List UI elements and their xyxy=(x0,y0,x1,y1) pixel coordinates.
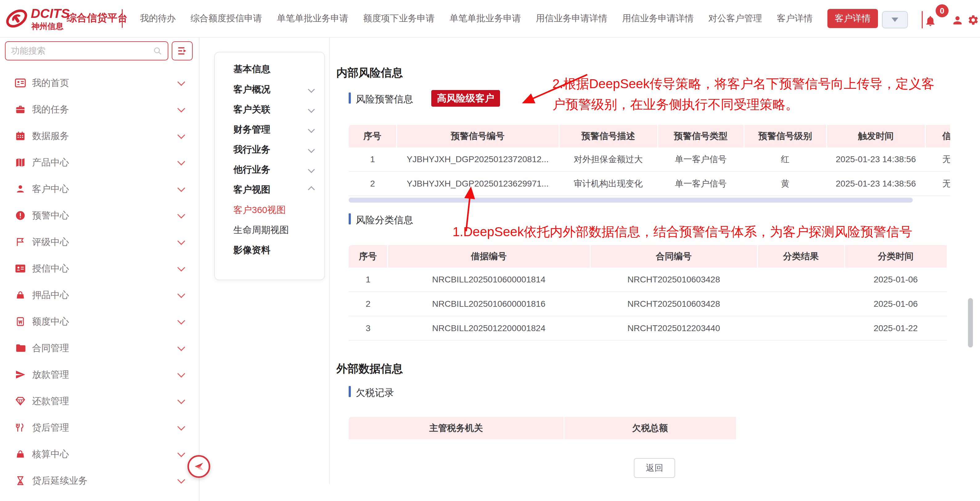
sidebar-item-label: 预警中心 xyxy=(32,209,69,222)
chevron-down-icon xyxy=(308,86,315,93)
paper-plane-icon xyxy=(14,369,27,380)
gear-icon[interactable] xyxy=(967,14,979,26)
document-w-icon xyxy=(14,317,27,327)
table-row[interactable]: 1 YJBHYJXH_DGP20250123720812... 对外担保金额过大… xyxy=(348,147,950,172)
function-search-input[interactable]: 功能搜索 xyxy=(5,41,168,60)
sidebar-item-contract-mgmt[interactable]: 合同管理 xyxy=(0,339,199,357)
sidebar-item-label: 放款管理 xyxy=(32,369,69,381)
page-title-external-data: 外部数据信息 xyxy=(336,361,403,377)
flag-icon xyxy=(14,237,27,247)
sidebar-item-customer-center[interactable]: 客户中心 xyxy=(0,180,199,198)
risk-warning-table-viewport: 序号 预警信号编号 预警信号描述 预警信号类型 预警信号级别 触发时间 信 1 … xyxy=(348,125,950,196)
chevron-down-icon xyxy=(308,166,315,173)
sidebar-item-my-home[interactable]: 我的首页 xyxy=(0,74,199,92)
submenu-item-customer-overview[interactable]: 客户概况 xyxy=(233,83,313,96)
product-name: 综合信贷平台 xyxy=(67,11,127,25)
table-row[interactable]: 1 NRCBILL2025010600001814 NRCHT202501060… xyxy=(348,267,947,292)
sidebar-item-label: 评级中心 xyxy=(32,236,69,248)
sidebar-item-accounting-center[interactable]: 核算中心 xyxy=(0,445,199,463)
sidebar-item-my-tasks[interactable]: 我的任务 xyxy=(0,100,199,119)
nav-tab-active[interactable]: 客户详情 xyxy=(827,9,878,28)
nav-tab[interactable]: 用信业务申请详情 xyxy=(622,12,694,25)
sidebar-item-credit-center[interactable]: 授信中心 xyxy=(0,259,199,278)
sidebar-item-disbursement-mgmt[interactable]: 放款管理 xyxy=(0,365,199,384)
header-divider xyxy=(922,11,923,29)
sidebar-item-label: 我的首页 xyxy=(32,77,69,89)
risk-class-table: 序号 借据编号 合同编号 分类结果 分类时间 1 NRCBILL20250106… xyxy=(348,245,948,341)
chevron-down-icon xyxy=(891,17,898,22)
sidebar-item-label: 我的任务 xyxy=(32,103,69,116)
bell-icon[interactable] xyxy=(924,15,937,27)
sidebar-item-repayment-mgmt[interactable]: 还款管理 xyxy=(0,392,199,410)
table-row[interactable]: 2 YJBHYJXH_DGP20250123629971... 审计机构出现变化… xyxy=(348,172,950,196)
col-借据编号: 借据编号 xyxy=(388,245,590,267)
menu-collapse-button[interactable] xyxy=(172,41,192,60)
nav-tab[interactable]: 用信业务申请详情 xyxy=(536,12,607,25)
idcard-icon xyxy=(14,263,27,274)
submenu-item-customer-view[interactable]: 客户视图 xyxy=(233,183,313,196)
col-序号: 序号 xyxy=(348,245,388,267)
chevron-down-icon xyxy=(177,370,185,377)
sidebar-item-label: 授信中心 xyxy=(32,262,69,275)
chevron-down-icon xyxy=(177,184,185,192)
chevron-up-icon xyxy=(308,186,315,193)
sidebar-item-label: 合同管理 xyxy=(32,342,69,355)
sidebar-collapse-button[interactable] xyxy=(188,455,210,478)
nav-tab[interactable]: 我的待办 xyxy=(140,12,176,25)
sidebar-item-label: 贷后管理 xyxy=(32,421,69,434)
sidebar-item-data-services[interactable]: 数据服务 xyxy=(0,127,199,145)
sidebar-item-postloan-mgmt[interactable]: 贷后管理 xyxy=(0,418,199,437)
top-nav: 我的待办 综合额度授信申请 单笔单批业务申请 额度项下业务申请 单笔单批业务申请… xyxy=(140,0,878,37)
section-title-tax-arrears: 欠税记录 xyxy=(356,386,394,399)
sidebar-item-postloan-continuation[interactable]: 贷后延续业务 xyxy=(0,471,199,490)
sidebar-item-warning-center[interactable]: 预警中心 xyxy=(0,206,199,225)
chevron-down-icon xyxy=(177,264,185,271)
chevron-down-icon xyxy=(177,449,185,457)
nav-tab[interactable]: 单笔单批业务申请 xyxy=(449,12,521,25)
tab-overflow-dropdown[interactable] xyxy=(882,11,908,29)
briefcase-icon xyxy=(14,104,27,115)
submenu-item-customer-relations[interactable]: 客户关联 xyxy=(233,103,313,116)
sidebar-item-label: 还款管理 xyxy=(32,395,69,407)
nav-tab[interactable]: 综合额度授信申请 xyxy=(191,12,262,25)
left-sidebar: 功能搜索 我的首页 我的任务 数据服务 产品中心 xyxy=(0,37,199,501)
hourglass-icon xyxy=(14,476,27,486)
sidebar-item-limit-center[interactable]: 额度中心 xyxy=(0,312,199,331)
section-bar xyxy=(348,92,351,103)
collapse-arrow-icon xyxy=(192,460,205,472)
submenu-item-financial-mgmt[interactable]: 财务管理 xyxy=(233,123,313,136)
nav-tab[interactable]: 单笔单批业务申请 xyxy=(277,12,348,25)
vertical-scrollbar[interactable] xyxy=(968,298,973,347)
sidebar-item-product-center[interactable]: 产品中心 xyxy=(0,153,199,172)
user-icon[interactable] xyxy=(951,14,964,27)
col-预警信号级别: 预警信号级别 xyxy=(744,125,826,147)
submenu-item-image-materials[interactable]: 影像资料 xyxy=(233,243,313,257)
sidebar-item-rating-center[interactable]: 评级中心 xyxy=(0,233,199,251)
chevron-down-icon xyxy=(177,237,185,245)
brand-subname: 神州信息 xyxy=(32,21,64,32)
submenu-item-lifecycle-view[interactable]: 生命周期视图 xyxy=(233,223,313,237)
section-bar xyxy=(348,213,351,224)
brand-name: DCITS xyxy=(31,6,70,21)
back-button[interactable]: 返回 xyxy=(634,458,675,478)
sidebar-item-collateral-center[interactable]: 押品中心 xyxy=(0,286,199,304)
sidebar-item-label: 产品中心 xyxy=(32,156,69,169)
horizontal-scrollbar[interactable] xyxy=(348,198,913,202)
nav-tab[interactable]: 客户详情 xyxy=(777,12,813,25)
annotation-note2: 2.根据DeepSeek传导策略，将客户名下预警信号向上传导，定义客户预警级别，… xyxy=(552,73,938,115)
menu-unfold-icon xyxy=(177,46,188,56)
nav-tab[interactable]: 额度项下业务申请 xyxy=(363,12,435,25)
diamond-icon xyxy=(14,396,27,407)
col-分类时间: 分类时间 xyxy=(844,245,947,267)
submenu-item-basic-info[interactable]: 基本信息 xyxy=(233,62,313,76)
table-row[interactable]: 2 NRCBILL2025010600001816 NRCHT202501060… xyxy=(348,292,947,316)
submenu-item-customer-360-view[interactable]: 客户360视图 xyxy=(233,203,313,217)
nav-tab[interactable]: 对公客户管理 xyxy=(708,12,762,25)
bag-icon xyxy=(14,449,27,460)
submenu-item-other-bank-business[interactable]: 他行业务 xyxy=(233,163,313,177)
submenu-item-our-bank-business[interactable]: 我行业务 xyxy=(233,143,313,156)
table-row[interactable]: 3 NRCBILL2025012200001824 NRCHT202501220… xyxy=(348,316,947,340)
sidebar-item-label: 客户中心 xyxy=(32,183,69,196)
table-header-row: 序号 预警信号编号 预警信号描述 预警信号类型 预警信号级别 触发时间 信 xyxy=(348,125,950,147)
col-触发时间: 触发时间 xyxy=(826,125,925,147)
